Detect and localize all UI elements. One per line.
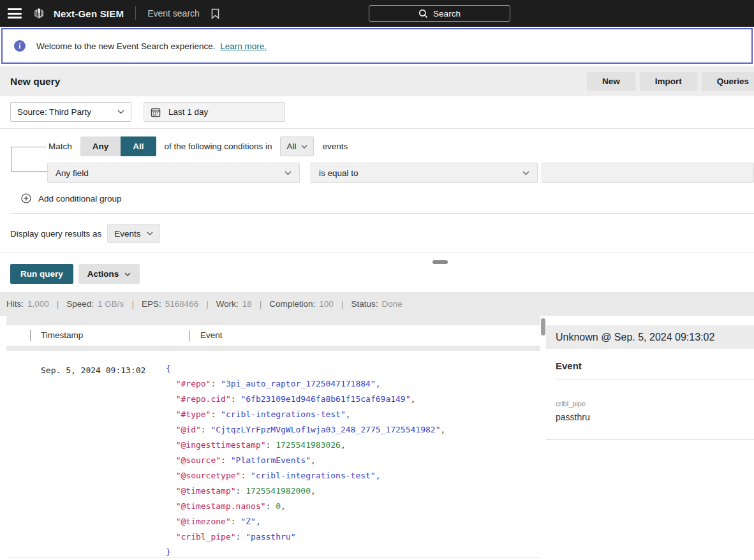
stat-value: 1,000 [27,299,49,309]
query-header: New query NewImportQueries [0,66,754,96]
stats-bar: Hits:1,000|Speed:1 GB/s|EPS:5168466|Work… [0,292,754,316]
match-any-option[interactable]: Any [80,136,121,156]
stat-label: Speed: [66,299,94,309]
field-select[interactable]: Any field [47,163,300,183]
query-header-buttons: NewImportQueries [587,72,754,91]
scope-select[interactable]: All [280,136,314,156]
plus-circle-icon [21,193,31,203]
match-label: Match [48,142,72,151]
stat-value: 18 [242,299,252,309]
column-header-timestamp[interactable]: Timestamp [30,330,189,341]
events-label: events [322,142,348,151]
hamburger-menu-icon[interactable] [8,8,22,18]
detail-section-title: Event [556,360,754,371]
top-bar: Next-Gen SIEM Event search Search [0,0,754,27]
learn-more-link[interactable]: Learn more. [220,41,267,51]
event-json-line: "@timestamp": 1725541982000, [166,483,445,499]
conditions-middle-text: of the following conditions in [165,142,272,151]
scrollbar-thumb[interactable] [541,318,545,335]
detail-panel-header: Unknown @ Sep. 5, 2024 09:13:02 [546,325,754,349]
stat-separator: | [260,299,262,309]
vertical-scrollbar[interactable] [540,316,546,560]
chevron-down-icon [124,272,131,276]
panel-splitter [0,253,754,253]
event-json-line: "#repo.cid": "6fb23109e1d946fa8b61f15caf… [166,392,445,407]
event-json-line: "#type": "cribl-integrations-test", [166,407,445,422]
chevron-down-icon [285,171,292,175]
stat-separator: | [57,299,59,309]
run-query-button[interactable]: Run query [10,264,73,284]
topbar-divider [135,6,136,20]
banner-message: Welcome to the new Event Search experien… [36,41,267,51]
page-title: Event search [147,8,200,18]
event-detail-panel: Unknown @ Sep. 5, 2024 09:13:02 Event cr… [546,316,754,560]
time-range-picker[interactable]: Last 1 day [144,102,285,122]
event-json-line: "@timezone": "Z", [166,514,445,529]
actions-button[interactable]: Actions [78,264,140,284]
operator-select-value: is equal to [319,168,359,178]
import-button[interactable]: Import [640,72,697,91]
stat-label: Hits: [6,299,24,309]
display-results-select[interactable]: Events [107,224,159,243]
match-all-option[interactable]: All [121,136,156,156]
splitter-drag-handle[interactable] [432,260,448,264]
add-conditional-group-button[interactable]: Add conditional group [0,183,754,213]
stat-separator: | [131,299,134,309]
event-json-line: "@sourcetype": "cribl-integrations-test"… [166,468,445,483]
stat-separator: | [206,299,209,309]
operator-select[interactable]: is equal to [311,163,538,183]
event-json-line: "#repo": "3pi_auto_raptor_1725047171884"… [166,376,445,392]
new-button[interactable]: New [587,72,635,91]
stat-label: Status: [351,299,378,309]
stat-separator: | [341,299,344,309]
calendar-icon [151,107,161,117]
stat-value: Done [381,299,402,309]
stat-label: Completion: [269,299,315,309]
conditions-builder: Match Any All of the following condition… [0,129,754,213]
bookmark-icon[interactable] [211,8,219,19]
info-icon: i [14,40,26,52]
actions-button-label: Actions [87,269,119,279]
chevron-down-icon [147,232,153,235]
match-toggle: Any All [80,136,156,156]
app-title: Next-Gen SIEM [54,8,124,19]
results-table-header: Timestamp Event [6,325,540,346]
detail-field: cribl_pipepassthru [556,400,754,422]
global-search-button[interactable]: Search [369,5,510,22]
table-gap [6,346,540,351]
queries-button[interactable]: Queries [702,72,754,91]
search-icon [418,9,428,18]
add-conditional-group-label: Add conditional group [38,194,122,203]
stat-value: 1 GB/s [98,299,124,309]
column-resize-handle[interactable] [30,330,31,341]
stat-value: 5168466 [165,299,199,309]
row-timestamp: Sep. 5, 2024 09:13:02 [6,361,166,560]
condition-value-input[interactable] [542,163,754,183]
event-json-line: { [166,361,445,376]
stat-label: Work: [216,299,239,309]
column-header-event[interactable]: Event [189,330,223,341]
event-json: { "#repo": "3pi_auto_raptor_172504717188… [166,361,445,560]
chevron-down-icon [301,145,307,149]
display-results-label: Display query results as [10,229,101,239]
table-row[interactable]: Sep. 5, 2024 09:13:02 { "#repo": "3pi_au… [6,351,540,560]
detail-divider [546,439,754,440]
field-value[interactable]: passthru [556,412,754,422]
time-range-value: Last 1 day [168,107,208,117]
event-json-line: } [166,545,445,560]
match-row: Match Any All of the following condition… [48,136,754,156]
condition-group-bracket [11,147,47,172]
run-row: Run query Actions [0,253,754,292]
info-banner: i Welcome to the new Event Search experi… [1,28,753,64]
display-results-value: Events [114,229,140,239]
search-button-label: Search [433,9,461,18]
filters-row: Source: Third Party Last 1 day [0,96,754,129]
chevron-down-icon [117,110,124,114]
results-table: Timestamp Event Sep. 5, 2024 09:13:02 { … [6,316,540,560]
left-gutter [0,316,6,560]
detail-fields: cribl_pipepassthru [546,380,754,422]
event-json-line: "@id": "CjtqzLYrFpzMVgWLof1wja03_248_277… [166,422,445,438]
event-json-line: "cribl_pipe": "passthru" [166,529,445,545]
source-select[interactable]: Source: Third Party [10,102,131,122]
column-resize-handle[interactable] [189,330,190,341]
